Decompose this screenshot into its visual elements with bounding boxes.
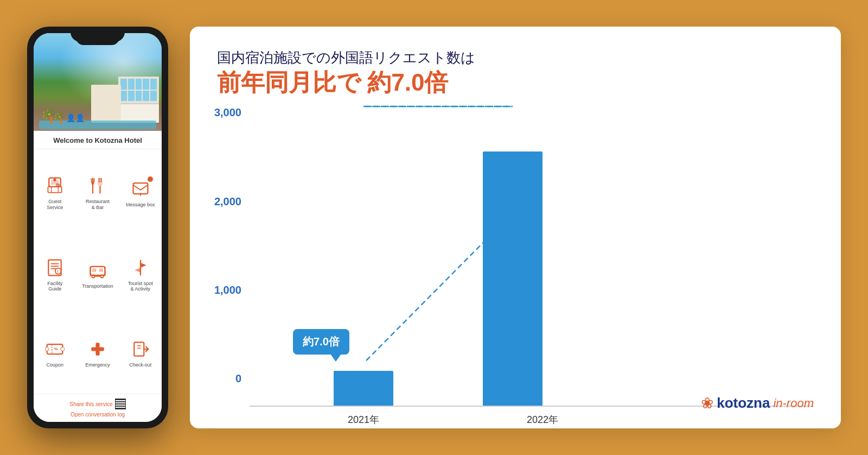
svg-rect-22 <box>92 268 96 271</box>
emergency-icon <box>87 338 108 360</box>
x-axis-labels: 2021年 2022年 <box>250 413 814 426</box>
guest-service-label: GuestService <box>47 199 63 211</box>
menu-item-checkout[interactable]: Check-out <box>119 315 162 391</box>
menu-item-guest-service[interactable]: i GuestService <box>34 152 76 233</box>
hotel-building-main <box>118 77 159 123</box>
transportation-icon <box>87 260 108 281</box>
phone-footer: Share this service Open conversation log <box>34 394 162 422</box>
phone-notch <box>76 33 119 45</box>
svg-rect-37 <box>134 342 144 356</box>
main-container: 🌴 🌴 👤👤 Welcome to Kotozna Hotel i <box>27 16 841 439</box>
message-box-icon <box>130 178 151 200</box>
coupon-icon: % <box>44 338 66 360</box>
phone-shell: 🌴 🌴 👤👤 Welcome to Kotozna Hotel i <box>27 27 168 428</box>
share-service-link[interactable]: Share this service <box>69 399 125 409</box>
menu-item-tourist-spot[interactable]: Tourist spot& Activity <box>119 233 162 315</box>
chart-area: 3,000 2,000 1,000 0 <box>217 106 814 412</box>
info-card: 国内宿泊施設での外国語リクエスト数は 前年同月比で 約7.0倍 3,000 2,… <box>190 27 841 428</box>
tourist-spot-label: Tourist spot& Activity <box>128 281 153 293</box>
card-title: 前年同月比で 約7.0倍 <box>217 69 814 96</box>
x-spacer <box>393 413 513 426</box>
svg-rect-3 <box>48 187 62 193</box>
kotozna-text: kotozna <box>717 395 770 412</box>
svg-point-24 <box>92 275 94 277</box>
svg-rect-23 <box>99 268 103 271</box>
open-conversation-link[interactable]: Open conversation log <box>71 412 125 418</box>
svg-text:%: % <box>54 346 58 351</box>
svg-rect-13 <box>133 183 148 194</box>
y-label-3000: 3,000 <box>214 106 241 119</box>
bar-2021 <box>334 371 393 406</box>
hotel-windows <box>118 77 159 104</box>
phone-app-content: Welcome to Kotozna Hotel i GuestService <box>34 131 162 422</box>
coupon-label: Coupon <box>47 362 64 368</box>
kotozna-logo: ❀ kotozna in-room <box>701 394 814 412</box>
speech-bubble: 約7.0倍 <box>293 329 349 355</box>
phone-screen: 🌴 🌴 👤👤 Welcome to Kotozna Hotel i <box>34 33 162 422</box>
card-title-red: 約7.0倍 <box>367 69 448 96</box>
menu-item-coupon[interactable]: % Coupon <box>34 315 76 391</box>
svg-point-2 <box>54 179 56 181</box>
menu-item-facility-guide[interactable]: i FacilityGuide <box>34 233 76 315</box>
svg-rect-36 <box>91 347 104 351</box>
svg-point-31 <box>45 347 49 351</box>
card-title-black: 前年同月比で <box>217 69 361 96</box>
transportation-label: Transportation <box>82 283 113 289</box>
x-label-2022: 2022年 <box>513 413 572 426</box>
bubble-text: 約7.0倍 <box>303 336 340 347</box>
bar-2022 <box>483 151 542 406</box>
restaurant-icon <box>87 175 108 197</box>
y-axis-labels: 3,000 2,000 1,000 0 <box>217 106 250 385</box>
facility-guide-icon: i <box>44 257 66 279</box>
y-label-0: 0 <box>235 372 241 385</box>
phone-menu-grid: i GuestService Restaurant& Bar <box>34 149 162 394</box>
svg-point-32 <box>61 347 65 351</box>
menu-item-transportation[interactable]: Transportation <box>76 233 119 315</box>
svg-rect-15 <box>49 260 61 275</box>
kotozna-flower-icon: ❀ <box>701 394 713 412</box>
phone-app-title: Welcome to Kotozna Hotel <box>34 131 162 149</box>
palm-tree-2: 🌴 <box>53 111 66 124</box>
phone-wrapper: 🌴 🌴 👤👤 Welcome to Kotozna Hotel i <box>27 27 168 428</box>
menu-item-emergency[interactable]: Emergency <box>76 315 119 391</box>
emergency-label: Emergency <box>85 362 110 368</box>
qr-code-icon <box>115 399 126 409</box>
message-badge <box>148 176 153 182</box>
hotel-building-wing <box>91 85 121 123</box>
card-subtitle: 国内宿泊施設での外国語リクエスト数は <box>217 48 814 67</box>
svg-point-25 <box>100 275 103 277</box>
restaurant-label: Restaurant& Bar <box>86 199 110 211</box>
phone-hotel-image: 🌴 🌴 👤👤 <box>34 33 162 131</box>
people-silhouette: 👤👤 <box>66 113 85 122</box>
y-label-1000: 1,000 <box>214 284 241 296</box>
share-label: Share this service <box>69 401 112 407</box>
chart-body: 約7.0倍 2021年 2022年 <box>250 106 814 407</box>
message-box-label: Message box <box>126 202 155 208</box>
kotozna-inroom-text: in-room <box>773 396 814 410</box>
svg-text:i: i <box>58 269 59 274</box>
checkout-icon <box>130 338 151 360</box>
guest-service-icon: i <box>44 175 66 197</box>
checkout-label: Check-out <box>129 362 151 368</box>
menu-item-restaurant[interactable]: Restaurant& Bar <box>76 152 119 233</box>
y-label-2000: 2,000 <box>214 195 241 208</box>
bubble-tail <box>330 354 341 362</box>
facility-guide-label: FacilityGuide <box>47 281 62 293</box>
tourist-spot-icon <box>130 257 151 279</box>
menu-item-message-box[interactable]: Message box <box>119 152 162 233</box>
x-label-2021: 2021年 <box>334 413 393 426</box>
